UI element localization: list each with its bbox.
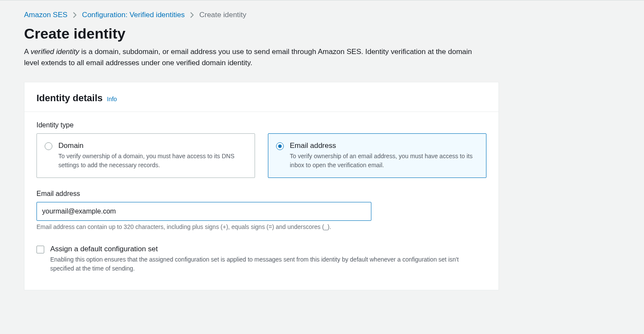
- chevron-right-icon: [73, 12, 77, 18]
- identity-details-panel: Identity details Info Identity type Doma…: [24, 82, 499, 290]
- breadcrumb-link-service[interactable]: Amazon SES: [24, 11, 67, 19]
- identity-type-domain-tile[interactable]: Domain To verify ownership of a domain, …: [36, 133, 255, 178]
- assign-config-set-title: Assign a default configuration set: [50, 245, 480, 253]
- email-address-help: Email address can contain up to 320 char…: [36, 223, 486, 230]
- page-description: A verified identity is a domain, subdoma…: [24, 46, 488, 69]
- breadcrumb: Amazon SES Configuration: Verified ident…: [24, 11, 620, 19]
- tile-description: To verify ownership of a domain, you mus…: [58, 152, 247, 170]
- assign-config-set-description: Enabling this option ensures that the as…: [50, 255, 480, 274]
- identity-type-label: Identity type: [36, 121, 486, 129]
- chevron-right-icon: [190, 12, 194, 18]
- breadcrumb-link-section[interactable]: Configuration: Verified identities: [82, 11, 185, 19]
- assign-config-set-checkbox[interactable]: [36, 246, 44, 253]
- email-address-input[interactable]: [36, 202, 371, 221]
- info-link[interactable]: Info: [107, 96, 117, 102]
- radio-icon: [276, 142, 284, 150]
- identity-type-email-tile[interactable]: Email address To verify ownership of an …: [268, 133, 486, 178]
- panel-title: Identity details: [36, 93, 103, 104]
- page-title: Create identity: [24, 25, 620, 42]
- tile-title: Domain: [58, 141, 247, 150]
- email-address-label: Email address: [36, 190, 486, 198]
- breadcrumb-current: Create identity: [199, 11, 246, 19]
- radio-icon: [45, 142, 52, 150]
- tile-description: To verify ownership of an email address,…: [290, 152, 478, 170]
- tile-title: Email address: [290, 141, 478, 150]
